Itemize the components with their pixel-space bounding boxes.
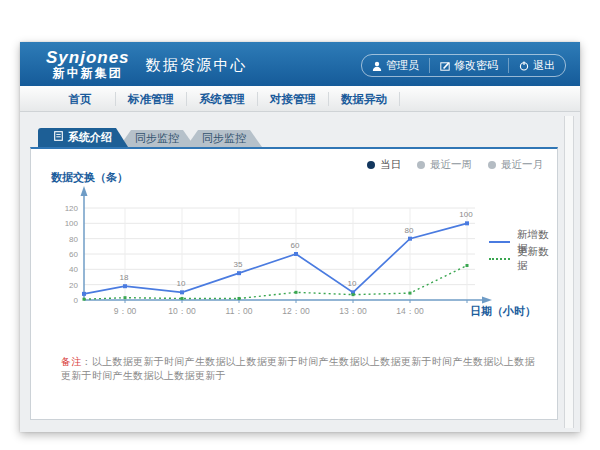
data-point-label: 35 — [234, 260, 243, 269]
x-tick-label: 14：00 — [396, 306, 424, 316]
company-logo: Synjones 新中新集团 — [46, 49, 130, 79]
data-point-marker — [352, 293, 355, 296]
user-icon — [372, 61, 382, 71]
nav-item-3[interactable]: 系统管理 — [187, 92, 258, 106]
data-point-marker — [83, 298, 86, 301]
main-nav: 首页标准管理系统管理对接管理数据异动 — [20, 86, 580, 112]
user-name: 管理员 — [386, 58, 419, 73]
data-point-label: 10 — [177, 279, 186, 288]
chart-panel: 当日最近一周最近一月 0204060801001209：0010：0011：00… — [30, 147, 558, 420]
nav-item-2[interactable]: 标准管理 — [116, 92, 187, 106]
data-point-marker — [408, 237, 412, 241]
nav-item-5[interactable]: 数据异动 — [329, 92, 400, 106]
y-tick-label: 120 — [65, 204, 79, 213]
legend-line-sample-solid — [489, 241, 510, 243]
y-axis-arrow-icon — [81, 186, 88, 196]
app-window: Synjones 新中新集团 数据资源中心 管理员 修改密码 退出 — [20, 42, 580, 432]
tab-label: 系统介绍 — [68, 128, 112, 147]
x-tick-label: 13：00 — [339, 306, 367, 316]
footnote-label: 备注 — [61, 356, 82, 367]
nav-item-1[interactable]: 首页 — [45, 92, 116, 106]
content-area: 系统介绍同步监控同步监控 当日最近一周最近一月 0204060801001209… — [20, 112, 580, 432]
data-point-marker — [295, 291, 298, 294]
footnote: 备注：以上数据更新于时间产生数据以上数据更新于时间产生数据以上数据更新于时间产生… — [61, 355, 543, 383]
y-tick-label: 20 — [69, 281, 78, 290]
y-tick-label: 80 — [69, 235, 78, 244]
x-axis-title: 日期（小时） — [470, 305, 536, 318]
y-tick-label: 40 — [69, 265, 78, 274]
x-tick-label: 12：00 — [282, 306, 310, 316]
data-point-marker — [82, 292, 86, 296]
tab-3[interactable]: 同步监控 — [186, 130, 262, 147]
data-point-marker — [124, 296, 127, 299]
data-point-marker — [409, 292, 412, 295]
data-point-label: 80 — [405, 226, 414, 235]
data-point-marker — [294, 252, 298, 256]
x-tick-label: 9：00 — [114, 306, 137, 316]
tab-label: 同步监控 — [202, 130, 246, 147]
data-point-label: 10 — [348, 279, 357, 288]
legend-row-2: 更新数据 — [489, 250, 557, 267]
x-tick-label: 11：00 — [226, 306, 253, 316]
x-axis-arrow-icon — [482, 297, 492, 304]
logo-company-name: 新中新集团 — [46, 67, 130, 80]
line-chart: 0204060801001209：0010：0011：0012：0013：001… — [31, 167, 555, 327]
x-tick-label: 10：00 — [168, 306, 196, 316]
document-icon — [54, 128, 63, 147]
data-point-label: 18 — [120, 273, 129, 282]
tab-label: 同步监控 — [135, 130, 179, 147]
logout-label: 退出 — [533, 58, 555, 73]
chart-legend: 新增数据更新数据 — [489, 233, 557, 267]
data-point-label: 100 — [459, 210, 473, 219]
app-title: 数据资源中心 — [146, 56, 248, 75]
legend-label: 更新数据 — [517, 245, 557, 273]
y-axis-title: 数据交换（条） — [50, 171, 128, 184]
app-header: Synjones 新中新集团 数据资源中心 管理员 修改密码 退出 — [20, 42, 580, 86]
user-menu[interactable]: 管理员 — [362, 58, 429, 73]
edit-icon — [440, 61, 450, 71]
y-tick-label: 0 — [74, 296, 79, 305]
logo-wordmark: Synjones — [46, 49, 130, 67]
legend-line-sample-dotted — [489, 258, 510, 260]
tab-2[interactable]: 同步监控 — [119, 130, 195, 147]
tab-1[interactable]: 系统介绍 — [38, 128, 128, 147]
vertical-scrollbar[interactable] — [564, 116, 574, 428]
data-point-marker — [180, 290, 184, 294]
data-point-marker — [465, 221, 469, 225]
change-password-label: 修改密码 — [454, 58, 498, 73]
logout-button[interactable]: 退出 — [508, 58, 565, 73]
y-tick-label: 100 — [65, 219, 79, 228]
footnote-text: ：以上数据更新于时间产生数据以上数据更新于时间产生数据以上数据更新于时间产生数据… — [61, 356, 535, 381]
data-point-label: 60 — [291, 241, 300, 250]
data-point-marker — [181, 297, 184, 300]
data-point-marker — [466, 264, 469, 267]
y-tick-label: 60 — [69, 250, 78, 259]
user-toolbar: 管理员 修改密码 退出 — [361, 54, 566, 77]
data-point-marker — [123, 284, 127, 288]
nav-item-4[interactable]: 对接管理 — [258, 92, 329, 106]
change-password-button[interactable]: 修改密码 — [429, 58, 508, 73]
data-point-marker — [238, 297, 241, 300]
tab-bar: 系统介绍同步监控同步监控 — [38, 128, 262, 147]
data-point-marker — [237, 271, 241, 275]
power-icon — [519, 61, 529, 71]
